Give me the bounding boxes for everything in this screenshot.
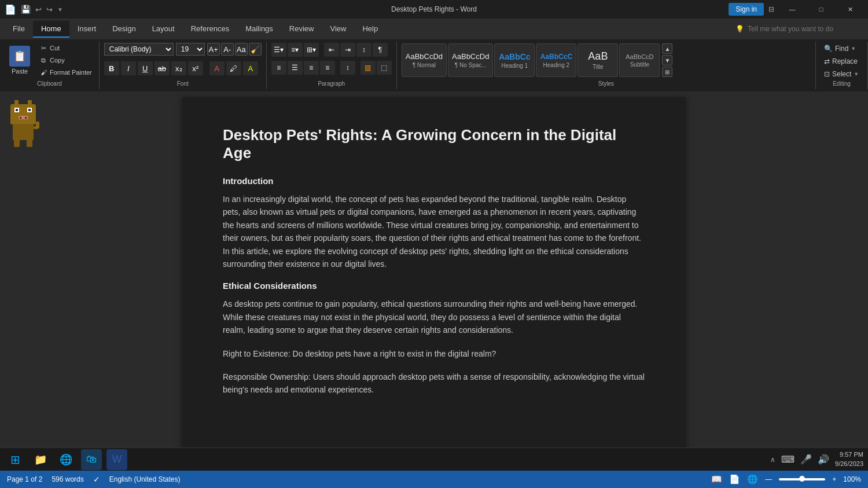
zoom-in-icon[interactable]: +	[832, 475, 836, 483]
increase-indent-button[interactable]: ⇥	[340, 43, 355, 57]
tab-file[interactable]: File	[5, 21, 33, 38]
decrease-font-button[interactable]: A-	[221, 43, 234, 56]
store-icon[interactable]: 🛍	[81, 449, 102, 470]
section-para-0-0: In an increasingly digital world, the co…	[223, 193, 645, 270]
edge-browser-icon[interactable]: 🌐	[56, 449, 76, 470]
volume-icon[interactable]: 🔊	[818, 454, 829, 465]
align-left-button[interactable]: ≡	[271, 61, 286, 75]
quick-access-arrow[interactable]: ▼	[57, 6, 63, 13]
multilevel-button[interactable]: ⊞▾	[304, 43, 319, 57]
style-heading1[interactable]: AaBbCc Heading 1	[494, 43, 535, 77]
strikethrough-button[interactable]: ab	[155, 61, 170, 75]
file-explorer-icon[interactable]: 📁	[30, 449, 51, 470]
show-marks-button[interactable]: ¶	[373, 43, 388, 57]
styles-expand[interactable]: ⊞	[662, 67, 672, 77]
zoom-thumb	[799, 476, 805, 482]
tab-help[interactable]: Help	[354, 21, 386, 38]
zoom-control[interactable]	[779, 478, 825, 480]
replace-button[interactable]: ⇄ Replace	[821, 56, 862, 67]
zoom-out-icon[interactable]: —	[765, 475, 772, 483]
find-icon: 🔍	[824, 45, 833, 53]
svg-rect-10	[13, 124, 34, 140]
svg-rect-5	[16, 109, 18, 111]
shading-button[interactable]: ▥	[361, 61, 376, 75]
spelling-check-icon[interactable]: ✓	[93, 475, 100, 484]
decrease-indent-button[interactable]: ⇤	[324, 43, 339, 57]
tab-design[interactable]: Design	[104, 21, 144, 38]
web-layout-icon[interactable]: 🌐	[747, 474, 758, 485]
numbering-button[interactable]: ≡▾	[288, 43, 303, 57]
styles-scroll-down[interactable]: ▼	[662, 55, 672, 65]
close-button[interactable]: ✕	[837, 0, 863, 19]
tab-view[interactable]: View	[322, 21, 354, 38]
tab-references[interactable]: References	[183, 21, 237, 38]
superscript-button[interactable]: x²	[188, 61, 203, 75]
chevron-icon[interactable]: ∧	[770, 456, 775, 464]
minimize-button[interactable]: —	[779, 0, 806, 19]
svg-rect-12	[27, 139, 32, 147]
format-buttons-row: B I U ab x₂ x² A 🖊 A	[104, 61, 258, 75]
cut-button[interactable]: ✂ Cut	[37, 43, 94, 53]
find-button[interactable]: 🔍 Find ▼	[821, 43, 862, 54]
style-heading2[interactable]: AaBbCcC Heading 2	[536, 43, 576, 77]
redo-icon[interactable]: ↪	[46, 5, 53, 14]
justify-button[interactable]: ≡	[320, 61, 335, 75]
document: Desktop Pets' Rights: A Growing Concern …	[182, 97, 686, 465]
ribbon-collapse-icon[interactable]: ⊟	[768, 5, 774, 13]
style-normal[interactable]: AaBbCcDd ¶ Normal	[402, 43, 447, 77]
format-painter-button[interactable]: 🖌 Format Painter	[37, 67, 94, 78]
style-subtitle[interactable]: AaBbCcD Subtitle	[619, 43, 660, 77]
undo-icon[interactable]: ↩	[35, 5, 42, 14]
subscript-button[interactable]: x₂	[171, 61, 186, 75]
read-mode-icon[interactable]: 📖	[711, 474, 722, 485]
font-color-button[interactable]: A	[209, 61, 225, 75]
svg-rect-9	[25, 117, 27, 119]
align-right-button[interactable]: ≡	[304, 61, 319, 75]
clipboard-group-label: Clipboard	[0, 80, 99, 87]
pixel-pet	[6, 97, 41, 144]
format-painter-icon: 🖌	[39, 68, 47, 76]
sign-in-button[interactable]: Sign in	[729, 3, 764, 16]
document-area[interactable]: Desktop Pets' Rights: A Growing Concern …	[0, 91, 868, 471]
bullets-button[interactable]: ☰▾	[271, 43, 286, 57]
tell-me-input[interactable]	[748, 25, 863, 33]
change-case-button[interactable]: Aa	[235, 43, 248, 56]
paste-button[interactable]: 📋 Paste	[5, 43, 35, 77]
windows-start-button[interactable]: ⊞	[5, 449, 25, 470]
svg-rect-2	[10, 104, 36, 124]
editing-group-label: Editing	[816, 80, 867, 87]
style-nospace[interactable]: AaBbCcDd ¶ No Spac...	[448, 43, 493, 77]
microphone-icon[interactable]: 🎤	[800, 454, 812, 465]
tab-insert[interactable]: Insert	[69, 21, 105, 38]
style-title[interactable]: AaB Title	[578, 43, 618, 77]
zoom-slider[interactable]	[779, 478, 825, 480]
font-name-select[interactable]: Calibri (Body)	[104, 43, 174, 56]
sort-button[interactable]: ↕	[356, 43, 372, 57]
language[interactable]: English (United States)	[109, 475, 181, 483]
tab-home[interactable]: Home	[33, 21, 69, 38]
save-icon[interactable]: 💾	[21, 5, 31, 14]
borders-button[interactable]: ⬚	[377, 61, 392, 75]
underline-button[interactable]: U	[138, 61, 153, 75]
increase-font-button[interactable]: A+	[207, 43, 220, 56]
maximize-button[interactable]: □	[808, 0, 834, 19]
select-button[interactable]: ⊡ Select ▼	[821, 68, 862, 80]
keyboard-icon[interactable]: ⌨	[781, 454, 795, 465]
text-highlight-button[interactable]: A	[243, 61, 258, 75]
clock[interactable]: 9:57 PM 9/26/2023	[835, 450, 863, 468]
italic-button[interactable]: I	[121, 61, 136, 75]
line-spacing-button[interactable]: ↕	[340, 61, 355, 75]
print-layout-icon[interactable]: 📄	[729, 474, 740, 485]
tab-review[interactable]: Review	[281, 21, 322, 38]
paste-icon: 📋	[9, 46, 30, 67]
bold-button[interactable]: B	[104, 61, 119, 75]
font-size-select[interactable]: 19 10 11 12	[176, 43, 205, 56]
word-icon[interactable]: W	[106, 449, 127, 470]
styles-scroll-up[interactable]: ▲	[662, 43, 672, 54]
highlight-button[interactable]: 🖊	[226, 61, 241, 75]
tab-layout[interactable]: Layout	[144, 21, 183, 38]
copy-button[interactable]: ⧉ Copy	[37, 55, 94, 65]
clear-format-button[interactable]: 🧹	[249, 43, 262, 56]
align-center-button[interactable]: ☰	[288, 61, 303, 75]
tab-mailings[interactable]: Mailings	[237, 21, 281, 38]
